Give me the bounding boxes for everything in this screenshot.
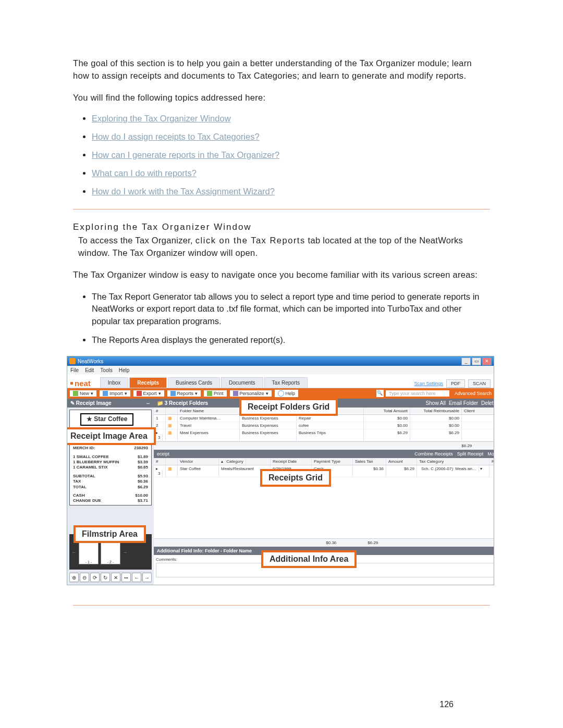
receipt-image-header: ✎ Receipt Image↔ xyxy=(67,399,154,408)
close-button[interactable]: ✕ xyxy=(482,357,492,365)
topic-link[interactable]: How do I assign receipts to Tax Categori… xyxy=(92,132,260,141)
receipt-image-area: ★ Star Coffee JUNE 28, 200809:12AM MERCH… xyxy=(69,410,152,505)
folders-email[interactable]: Email Folder xyxy=(449,400,478,406)
toolbar-print[interactable]: Print xyxy=(203,390,227,397)
receipts-actions: eceipt Combine Receipts Split Receipt Mo… xyxy=(154,450,494,458)
folders-show-all[interactable]: Show All xyxy=(426,400,446,406)
tool-forward-icon[interactable]: → xyxy=(142,573,152,582)
section-paragraph: The Tax Organizer window is easy to navi… xyxy=(73,269,490,281)
tab-documents[interactable]: Documents xyxy=(221,377,263,388)
table-row[interactable]: ▸ 3▦ Meal ExpensesBusiness Expenses Busi… xyxy=(154,429,494,441)
folders-totals: $6.29$6.29 xyxy=(154,441,494,450)
app-title: NeatWorks xyxy=(78,359,103,364)
window-title-bar: NeatWorks _ ▭ ✕ xyxy=(67,356,494,366)
scan-settings-link[interactable]: Scan Settings xyxy=(414,381,443,386)
menu-edit[interactable]: Edit xyxy=(85,367,94,373)
tab-tax-reports[interactable]: Tax Reports xyxy=(264,377,308,388)
section-heading: Exploring the Tax Organizer Window xyxy=(73,222,490,232)
menu-help[interactable]: Help xyxy=(119,367,130,373)
intro-paragraph: The goal of this section is to help you … xyxy=(73,57,490,82)
topic-link[interactable]: How do I work with the Tax Assignment Wi… xyxy=(92,187,275,196)
brand-logo: neat xyxy=(70,379,91,388)
tool-refresh-icon[interactable]: ⟳ xyxy=(90,573,100,582)
toolbar-export[interactable]: Export ▾ xyxy=(133,390,165,397)
tool-rotate-icon[interactable]: ↻ xyxy=(101,573,110,582)
callout-filmstrip: Filmstrip Area xyxy=(74,525,146,543)
menu-tools[interactable]: Tools xyxy=(100,367,112,373)
toolbar-reports[interactable]: Reports ▾ xyxy=(167,390,202,397)
collapse-icon[interactable]: ↔ xyxy=(145,400,151,406)
maximize-button[interactable]: ▭ xyxy=(472,357,481,365)
tab-inbox[interactable]: Inbox xyxy=(100,377,128,388)
combine-receipts[interactable]: Combine Receipts xyxy=(414,451,453,456)
topic-link[interactable]: Exploring the Tax Organizer Window xyxy=(92,114,231,123)
search-input[interactable]: Type your search here xyxy=(386,390,449,397)
folders-delete[interactable]: Delete xyxy=(481,400,494,406)
topic-link[interactable]: What can I do with reports? xyxy=(92,168,197,178)
topics-lead: You will find the following topics addre… xyxy=(73,92,490,104)
bullet-list: The Tax Report Generator tab allows you … xyxy=(92,291,490,347)
callout-folders-grid: Receipt Folders Grid xyxy=(239,398,338,416)
receipts-totals: $0.36 $6.29 $6.29 xyxy=(154,538,494,547)
move-receipt[interactable]: Move xyxy=(487,451,494,456)
callout-additional-info: Additional Info Area xyxy=(261,550,357,568)
toolbar: New ▾ Import ▾ Export ▾ Reports ▾ Print … xyxy=(67,388,494,399)
pdf-button[interactable]: PDF xyxy=(446,379,465,388)
toolbar-new[interactable]: New ▾ xyxy=(69,390,97,397)
receipts-columns: # Vendor▴ Category Receipt DatePayment T… xyxy=(154,458,494,465)
advanced-search-link[interactable]: Advanced Search xyxy=(455,391,492,396)
search-icon[interactable]: 🔍 xyxy=(376,390,384,397)
tool-remove-icon[interactable]: ⊖ xyxy=(80,573,89,582)
tool-more-icon[interactable]: ••• xyxy=(121,573,131,582)
tabs-row: neat Inbox Receipts Business Cards Docum… xyxy=(67,374,494,388)
menu-file[interactable]: File xyxy=(70,367,79,373)
filmstrip-next[interactable]: → xyxy=(123,549,128,555)
screenshot: NeatWorks _ ▭ ✕ File Edit Tools Help nea… xyxy=(67,356,494,585)
table-row[interactable]: 1▦ Computer Maintena…Business Expenses R… xyxy=(154,415,494,422)
split-receipt[interactable]: Split Receipt xyxy=(457,451,484,456)
callout-receipt-image: Receipt Image Area xyxy=(67,427,156,445)
topic-link[interactable]: How can I generate reports in the Tax Or… xyxy=(92,150,279,159)
filmstrip-thumb[interactable]: - 2 - xyxy=(101,539,120,564)
left-pane: ✎ Receipt Image↔ ★ Star Coffee JUNE 28, … xyxy=(67,399,154,585)
toolbar-personalize[interactable]: Personalize ▾ xyxy=(229,390,272,397)
toolbar-import[interactable]: Import ▾ xyxy=(99,390,131,397)
menu-bar: File Edit Tools Help xyxy=(67,366,494,374)
folders-grid[interactable]: 1▦ Computer Maintena…Business Expenses R… xyxy=(154,415,494,441)
callout-receipts-grid: Receipts Grid xyxy=(260,469,331,487)
divider xyxy=(73,605,490,606)
section-paragraph: To access the Tax Organizer, click on th… xyxy=(78,235,490,260)
filmstrip-tools: ⊕ ⊖ ⟳ ↻ ✕ ••• ← → xyxy=(69,572,152,583)
tool-close-icon[interactable]: ✕ xyxy=(111,573,120,582)
bullet-item: The Reports Area displays the generated … xyxy=(92,334,490,347)
tool-back-icon[interactable]: ← xyxy=(132,573,141,582)
document-page: The goal of this section is to help you … xyxy=(0,0,563,728)
tab-receipts[interactable]: Receipts xyxy=(129,377,167,388)
tool-add-icon[interactable]: ⊕ xyxy=(69,573,79,582)
scan-button[interactable]: SCAN xyxy=(468,379,491,388)
page-number: 126 xyxy=(439,700,454,709)
toolbar-help[interactable]: Help xyxy=(274,389,299,398)
filmstrip-prev[interactable]: ← xyxy=(71,549,77,555)
app-icon xyxy=(69,358,76,364)
filmstrip-thumb[interactable]: - 1 - xyxy=(79,539,99,564)
minimize-button[interactable]: _ xyxy=(461,357,471,365)
table-row[interactable]: 2▦ TravelBusiness Expenses cofee$0.00 $0… xyxy=(154,422,494,429)
topics-list: Exploring the Tax Organizer Window How d… xyxy=(92,114,490,196)
bullet-item: The Tax Report Generator tab allows you … xyxy=(92,291,490,328)
divider xyxy=(73,209,490,209)
tab-business-cards[interactable]: Business Cards xyxy=(168,377,220,388)
